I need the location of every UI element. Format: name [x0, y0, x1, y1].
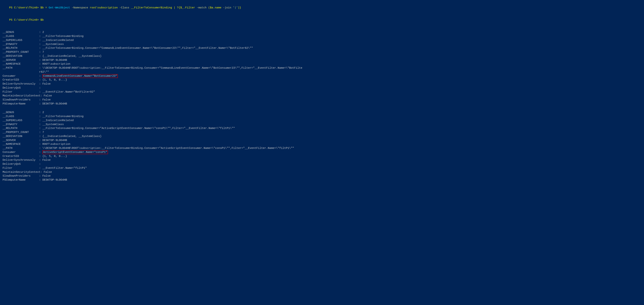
prop-dynasty-2: __DYNASTY : __SystemClass	[2, 123, 642, 127]
command-line-1: PS C:\Users\Thin0> $b = Get-WmiObject -N…	[2, 2, 642, 14]
prompt-1: PS C:\Users\Thin0>	[9, 6, 39, 9]
prop-consumer-2: Consumer : ActiveScriptEventConsumer.Nam…	[2, 150, 642, 154]
prop-deliveryqos-2: DeliveryQoS :	[2, 162, 642, 166]
terminal: PS C:\Users\Thin0> $b = Get-WmiObject -N…	[2, 2, 642, 182]
prop-path-1-cont: r82\""	[2, 70, 642, 74]
output-block-1: __GENUS : 2 __CLASS : __FilterToConsumer…	[2, 30, 642, 106]
prop-deliveryqos-1: DeliveryQoS :	[2, 86, 642, 90]
prop-propcount-1: __PROPERTY_COUNT : 7	[2, 50, 642, 54]
prop-maintainsec-2: MaintainSecurityContext : False	[2, 170, 642, 174]
blank-2	[2, 107, 642, 111]
consumer-2-highlight: ActiveScriptEventConsumer.Name="consP1"	[42, 150, 108, 154]
prop-filter-2: Filter : __EventFilter.Name="filtP1"	[2, 166, 642, 170]
prop-relpath-1: __RELPATH : __FilterToConsumerBinding.Co…	[2, 46, 642, 50]
prop-relpath-2: __RELPATH : __FilterToConsumerBinding.Co…	[2, 126, 642, 130]
prop-path-1: __PATH : \\DESKTOP-9LOO4HB\ROOT\subscrip…	[2, 66, 642, 70]
prop-superclass-2: __SUPERCLASS : __IndicationRelated	[2, 119, 642, 123]
prompt-2: PS C:\Users\Thin0>	[9, 18, 39, 21]
prop-namespace-2: __NAMESPACE : ROOT\subscription	[2, 142, 642, 146]
prop-superclass-1: __SUPERCLASS : __IndicationRelated	[2, 38, 642, 42]
prop-creatorsid-2: CreatorSID : {1, 5, 0, 0...}	[2, 154, 642, 158]
prop-namespace-1: __NAMESPACE : ROOT\subscription	[2, 62, 642, 66]
prop-propcount-2: __PROPERTY_COUNT : 7	[2, 130, 642, 134]
prop-deliversync-2: DeliverSynchronously : False	[2, 158, 642, 162]
prop-slowdown-2: SlowDownProviders : False	[2, 174, 642, 178]
prop-class-2: __CLASS : __FilterToConsumerBinding	[2, 114, 642, 119]
consumer-1-highlight: CommandLineEventConsumer.Name="BotConsum…	[42, 74, 118, 78]
prop-derivation-2: __DERIVATION : {__IndicationRelated, __S…	[2, 134, 642, 138]
prop-pscomputer-2: PSComputerName : DESKTOP-9LOO4HB	[2, 178, 642, 182]
prop-creatorsid-1: CreatorSID : {1, 5, 0, 0...}	[2, 78, 642, 82]
cmd-text-2: $b	[39, 18, 44, 21]
cmd-text-1: $b = Get-WmiObject -Namespace root\subsc…	[39, 6, 241, 9]
prop-server-1: __SERVER : DESKTOP-9LOO4HB	[2, 58, 642, 62]
prop-pscomputer-1: PSComputerName : DESKTOP-9LOO4HB	[2, 102, 642, 106]
prop-maintainsec-1: MaintainSecurityContext : False	[2, 94, 642, 98]
prop-slowdown-1: SlowDownProviders : False	[2, 98, 642, 102]
prop-genus-1: __GENUS : 2	[2, 30, 642, 34]
prop-path-2: __PATH : \\DESKTOP-9LOO4HB\ROOT\subscrip…	[2, 146, 642, 150]
prop-derivation-1: __DERIVATION : {__IndicationRelated, __S…	[2, 54, 642, 58]
prop-consumer-1: Consumer : CommandLineEventConsumer.Name…	[2, 74, 642, 78]
output-block-2: __GENUS : 2 __CLASS : __FilterToConsumer…	[2, 110, 642, 182]
prop-deliversync-1: DeliverSynchronously : False	[2, 82, 642, 86]
prop-filter-1: Filter : __EventFilter.Name="BotFilter82…	[2, 90, 642, 94]
prop-genus-2: __GENUS : 2	[2, 110, 642, 114]
command-line-2: PS C:\Users\Thin0> $b	[2, 14, 642, 26]
prop-dynasty-1: __DYNASTY : __SystemClass	[2, 42, 642, 46]
blank-1	[2, 26, 642, 30]
prop-server-2: __SERVER : DESKTOP-9LOO4HB	[2, 138, 642, 142]
prop-class-1: __CLASS : __FilterToConsumerBinding	[2, 34, 642, 38]
